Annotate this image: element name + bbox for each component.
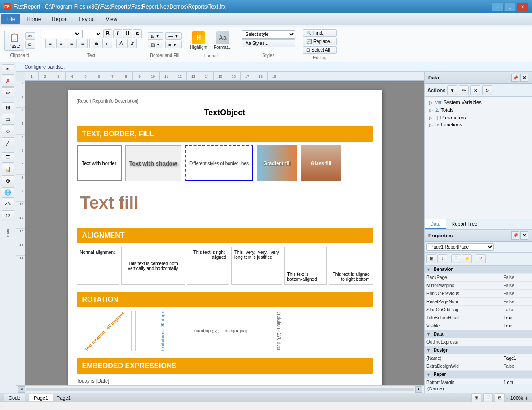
prop-val-mirror[interactable]: False (501, 282, 532, 290)
copy-button[interactable]: ⧉ (25, 41, 35, 49)
canvas-body[interactable]: [Report.ReportInfo.Description] TextObje… (25, 81, 424, 385)
border-width-btn[interactable]: ≡ ▼ (165, 41, 182, 48)
align-left-button[interactable]: ≡ (45, 39, 55, 48)
prop-val-startodd[interactable]: False (501, 306, 532, 314)
ruler-mark-16: 17 (241, 72, 254, 80)
menu-view[interactable]: View (100, 13, 123, 25)
cut-button[interactable]: ✂ (25, 32, 35, 40)
h-scrollbar[interactable]: ◄ ► (16, 385, 424, 393)
view-page-btn[interactable]: 📄 (483, 393, 493, 402)
props-categorized-btn[interactable]: ⊞ (426, 254, 436, 263)
tab-data[interactable]: Data (425, 219, 446, 229)
props-selector-row: Page1 ReportPage (425, 242, 532, 253)
status-bar: Code Page1 Page1 ⊞ 📄 ⊟ - 100% + (0, 393, 532, 402)
close-button[interactable]: ✕ (517, 2, 528, 11)
border-btn[interactable]: ⊞ ▼ (148, 32, 164, 40)
action-delete-btn[interactable]: ✕ (470, 85, 480, 95)
props-help-btn[interactable]: ? (476, 254, 486, 263)
find-button[interactable]: 🔍 Find... (303, 29, 337, 37)
select-tool-button[interactable]: ↖ (2, 64, 14, 75)
italic-button[interactable]: I (113, 29, 122, 38)
size-selector[interactable] (82, 30, 102, 38)
prop-val-titlebeforehead[interactable]: True (501, 314, 532, 322)
styles-button[interactable]: Aа Styles... (242, 39, 295, 47)
number-tool-button[interactable]: 12 (2, 210, 14, 221)
prop-val-name[interactable]: Page1 (501, 354, 532, 362)
prop-val-extradesign[interactable]: False (501, 362, 532, 371)
strikethrough-button[interactable]: S̶ (133, 29, 142, 38)
menu-layout[interactable]: Layout (73, 13, 100, 25)
table-tool-button[interactable]: ⊞ (2, 102, 14, 113)
indent-button[interactable]: ↹ (92, 39, 101, 48)
tree-item-parameters[interactable]: ▷ {} Parameters (426, 114, 530, 121)
panel-pin-btn[interactable]: 📌 (511, 74, 519, 82)
tree-item-sysvars[interactable]: ▷ var System Variables (426, 99, 530, 106)
web-tool-button[interactable]: 🌐 (2, 187, 14, 198)
undo-button[interactable]: ↺ (127, 39, 137, 48)
prop-row-backpage: BackPage False (425, 274, 532, 282)
line-tool-button[interactable]: ╱ (2, 137, 14, 148)
panel-close-btn[interactable]: ✕ (520, 74, 528, 82)
zoom-plus-btn[interactable]: + (525, 394, 528, 401)
section-header-rotation: ROTATION (77, 292, 373, 307)
section-embedded-label: EMBEDDED EXPRESSIONS (82, 362, 177, 370)
underline-button[interactable]: U (123, 29, 132, 38)
align-justify-button[interactable]: ≡ (78, 39, 88, 48)
shape-tool-button[interactable]: ◇ (2, 126, 14, 136)
tree-item-functions[interactable]: ▷ fx Functions (426, 121, 530, 128)
action-add-btn[interactable]: ▼ (447, 85, 457, 95)
outdent-button[interactable]: ↤ (102, 39, 112, 48)
tab-report-tree[interactable]: Report Tree (446, 219, 483, 229)
paste-button[interactable]: 📋 Paste (4, 31, 24, 51)
text-tool-button[interactable]: A (2, 76, 14, 87)
fill-btn[interactable]: ▨ ▼ (148, 41, 164, 48)
align-center-button[interactable]: ≡ (56, 39, 66, 48)
props-pin-btn[interactable]: 📌 (511, 231, 519, 240)
rect-tool-button[interactable]: ▭ (2, 114, 14, 125)
minimize-button[interactable]: ─ (492, 2, 503, 11)
action-edit-btn[interactable]: ✏ (459, 85, 469, 95)
action-refresh-btn[interactable]: ↻ (482, 85, 492, 95)
prop-val-bottommargin[interactable]: 1 cm (501, 379, 532, 384)
replace-button[interactable]: 🔄 Replace... (303, 38, 337, 45)
scroll-right-btn[interactable]: ► (415, 386, 422, 393)
status-tab-page1[interactable]: Page1 (29, 394, 53, 401)
prop-val-visible[interactable]: True (501, 322, 532, 330)
h-scrollbar-track[interactable] (26, 388, 414, 391)
props-alpha-btn[interactable]: ↕ (437, 254, 447, 263)
menu-file[interactable]: File (1, 14, 20, 24)
style-selector[interactable]: Select style (242, 30, 295, 39)
select-all-button[interactable]: ⊡ Select All (303, 46, 337, 54)
configure-bands-bar[interactable]: ≡ Configure bands... (16, 62, 532, 72)
prop-val-backpage[interactable]: False (501, 274, 532, 282)
bold-button[interactable]: B (103, 29, 112, 38)
status-tab-code[interactable]: Code (4, 394, 25, 401)
props-events-btn[interactable]: ⚡ (462, 254, 472, 263)
scroll-left-btn[interactable]: ◄ (18, 386, 25, 393)
menu-home[interactable]: Home (21, 13, 46, 25)
font-selector[interactable] (41, 30, 81, 38)
prop-val-resetpage[interactable]: False (501, 298, 532, 306)
maximize-button[interactable]: □ (504, 2, 516, 11)
code-tool-button[interactable]: </> (2, 199, 14, 209)
props-selector[interactable]: Page1 ReportPage (426, 243, 494, 251)
tree-item-totals[interactable]: ▷ Σ Totals (426, 106, 530, 114)
color-button[interactable]: A (116, 39, 126, 48)
menu-report[interactable]: Report (46, 13, 73, 25)
zoom-minus-btn[interactable]: - (506, 394, 509, 401)
prop-val-printonprev[interactable]: False (501, 290, 532, 298)
prop-row-resetpage: ResetPageNum False (425, 298, 532, 306)
view-2page-btn[interactable]: ⊟ (495, 393, 505, 402)
highlight-button[interactable]: H Highlight (188, 29, 210, 52)
props-pages-btn[interactable]: 📄 (451, 254, 461, 263)
chart-tool-button[interactable]: 📊 (2, 164, 14, 174)
align-right-button[interactable]: ≡ (67, 39, 77, 48)
cross-tool-button[interactable]: ⊕ (2, 175, 14, 186)
props-close-btn[interactable]: ✕ (520, 231, 528, 240)
view-normal-btn[interactable]: ⊞ (471, 393, 481, 402)
list-tool-button[interactable]: ☰ (2, 152, 14, 163)
edit-tool-button[interactable]: ✏ (2, 87, 14, 98)
prop-val-outline[interactable] (501, 338, 532, 346)
format-button[interactable]: Aa Format... (211, 29, 234, 52)
border-color-btn[interactable]: — ▼ (165, 32, 182, 40)
